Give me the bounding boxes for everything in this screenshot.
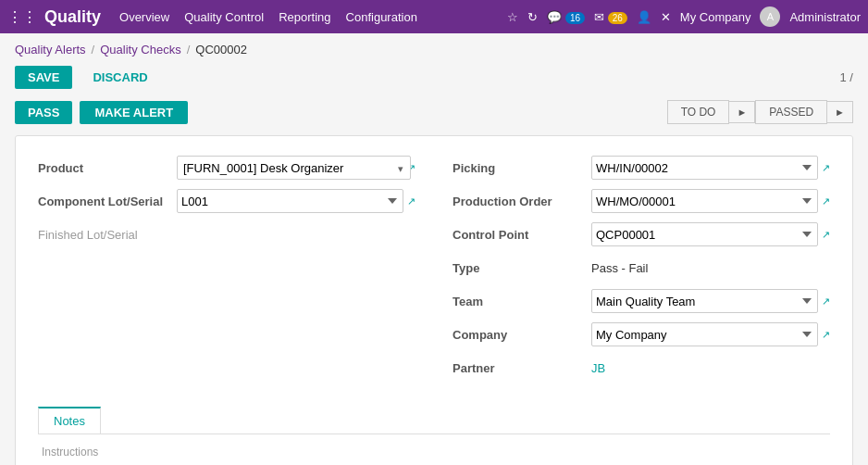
product-value-wrapper xyxy=(177,156,415,180)
product-label: Product xyxy=(38,161,177,175)
company-select[interactable]: My Company xyxy=(591,322,818,346)
picking-group: Picking WH/IN/00002 xyxy=(453,155,830,181)
breadcrumb-sep-2: / xyxy=(187,43,191,57)
status-buttons: TO DO ► PASSED ► xyxy=(667,100,853,124)
production-order-select-wrapper: WH/MO/00001 xyxy=(591,189,818,213)
record-counter: 1 / xyxy=(840,70,853,84)
partner-label: Partner xyxy=(453,361,591,375)
picking-select-wrapper: WH/IN/00002 xyxy=(591,156,818,180)
partner-value-wrapper: JB xyxy=(591,361,830,375)
notes-section: Notes Instructions Notes xyxy=(38,407,830,465)
pass-button[interactable]: PASS xyxy=(15,101,72,124)
top-nav: ⋮⋮ Quality Overview Quality Control Repo… xyxy=(0,0,868,33)
team-group: Team Main Quality Team xyxy=(453,288,830,314)
instructions-label: Instructions xyxy=(42,446,826,459)
company-ext-link[interactable] xyxy=(822,328,830,341)
user-icon[interactable]: 👤 xyxy=(637,10,651,24)
company-label: Company xyxy=(453,328,591,342)
control-point-ext-link[interactable] xyxy=(822,228,830,241)
team-select[interactable]: Main Quality Team xyxy=(591,289,818,313)
nav-overview[interactable]: Overview xyxy=(119,10,169,24)
company-name: My Company xyxy=(680,10,751,24)
breadcrumb: Quality Alerts / Quality Checks / QC0000… xyxy=(0,33,868,62)
component-lot-ext-link[interactable] xyxy=(407,195,415,207)
breadcrumb-sep-1: / xyxy=(92,43,95,57)
status-todo-button[interactable]: TO DO xyxy=(667,100,730,124)
production-order-label: Production Order xyxy=(453,195,591,208)
component-lot-value-wrapper: L001 xyxy=(177,189,415,213)
product-select-wrapper xyxy=(177,156,403,180)
status-passed-button[interactable]: PASSED xyxy=(755,100,827,124)
type-value: Pass - Fail xyxy=(591,261,648,275)
tabs-bar: Notes xyxy=(38,407,830,434)
nav-quality-control[interactable]: Quality Control xyxy=(184,10,264,24)
app-name: Quality xyxy=(44,7,101,27)
picking-value-wrapper: WH/IN/00002 xyxy=(591,156,830,180)
team-label: Team xyxy=(453,295,591,308)
user-avatar[interactable]: A xyxy=(760,6,780,27)
breadcrumb-quality-checks[interactable]: Quality Checks xyxy=(100,43,180,57)
notes-content: Instructions Notes xyxy=(38,434,830,465)
nav-links: Overview Quality Control Reporting Confi… xyxy=(119,10,507,24)
control-point-select-wrapper: QCP00001 xyxy=(591,222,818,246)
breadcrumb-current: QC00002 xyxy=(195,43,247,57)
msg-badge: 26 xyxy=(608,12,627,24)
company-value-wrapper: My Company xyxy=(591,322,830,346)
status-passed-arrow[interactable]: ► xyxy=(827,101,853,123)
team-ext-link[interactable] xyxy=(822,295,830,308)
form-card: Product Component Lot/Serial L001 xyxy=(15,135,853,465)
toolbar: SAVE DISCARD 1 / xyxy=(0,62,868,96)
type-value-wrapper: Pass - Fail xyxy=(591,261,830,275)
partner-group: Partner JB xyxy=(453,355,830,381)
component-lot-label: Component Lot/Serial xyxy=(38,195,177,208)
form-left: Product Component Lot/Serial L001 xyxy=(38,155,415,388)
component-lot-group: Component Lot/Serial L001 xyxy=(38,188,415,214)
component-lot-select-wrapper: L001 xyxy=(177,189,403,213)
component-lot-select[interactable]: L001 xyxy=(177,189,403,213)
team-select-wrapper: Main Quality Team xyxy=(591,289,818,313)
nav-reporting[interactable]: Reporting xyxy=(279,10,330,24)
action-row: PASS MAKE ALERT TO DO ► PASSED ► xyxy=(0,96,868,132)
chat-icon[interactable]: 💬 16 xyxy=(547,10,585,24)
production-order-value-wrapper: WH/MO/00001 xyxy=(591,189,830,213)
product-input[interactable] xyxy=(177,156,411,180)
control-point-label: Control Point xyxy=(453,228,591,242)
refresh-icon[interactable]: ↻ xyxy=(527,10,538,24)
tab-notes[interactable]: Notes xyxy=(38,407,101,434)
close-icon[interactable]: ✕ xyxy=(661,10,671,24)
make-alert-button[interactable]: MAKE ALERT xyxy=(80,101,188,124)
company-group: Company My Company xyxy=(453,321,830,347)
chat-badge: 16 xyxy=(565,12,585,24)
messages-icon[interactable]: ✉ 26 xyxy=(594,10,627,24)
nav-right: ☆ ↻ 💬 16 ✉ 26 👤 ✕ My Company A Administr… xyxy=(507,6,861,27)
form-columns: Product Component Lot/Serial L001 xyxy=(38,155,830,388)
type-label: Type xyxy=(453,261,591,275)
nav-configuration[interactable]: Configuration xyxy=(346,10,417,24)
product-group: Product xyxy=(38,155,415,181)
finished-lot-label: Finished Lot/Serial xyxy=(38,228,177,242)
app-grid-icon[interactable]: ⋮⋮ xyxy=(7,8,37,26)
form-right: Picking WH/IN/00002 Production Order xyxy=(453,155,830,388)
production-order-select[interactable]: WH/MO/00001 xyxy=(591,189,818,213)
username: Administrator xyxy=(789,10,861,24)
control-point-value-wrapper: QCP00001 xyxy=(591,222,830,246)
company-select-wrapper: My Company xyxy=(591,322,818,346)
breadcrumb-quality-alerts[interactable]: Quality Alerts xyxy=(15,43,86,57)
picking-ext-link[interactable] xyxy=(822,161,830,174)
save-button[interactable]: SAVE xyxy=(15,66,72,89)
discard-button[interactable]: DISCARD xyxy=(80,66,160,89)
product-dropdown-icon[interactable] xyxy=(398,161,403,175)
production-order-group: Production Order WH/MO/00001 xyxy=(453,188,830,214)
finished-lot-group: Finished Lot/Serial xyxy=(38,221,415,247)
control-point-group: Control Point QCP00001 xyxy=(453,221,830,247)
star-icon[interactable]: ☆ xyxy=(507,10,518,24)
type-group: Type Pass - Fail xyxy=(453,255,830,281)
picking-select[interactable]: WH/IN/00002 xyxy=(591,156,818,180)
partner-link[interactable]: JB xyxy=(591,361,605,375)
status-todo-arrow[interactable]: ► xyxy=(729,101,755,123)
picking-label: Picking xyxy=(453,161,591,175)
production-order-ext-link[interactable] xyxy=(822,195,830,207)
control-point-select[interactable]: QCP00001 xyxy=(591,222,818,246)
team-value-wrapper: Main Quality Team xyxy=(591,289,830,313)
